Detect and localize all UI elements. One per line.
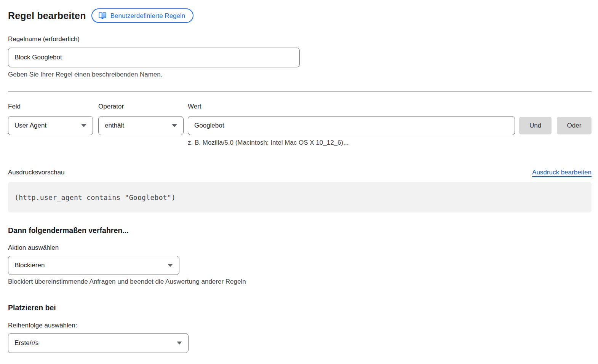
book-open-icon	[98, 12, 107, 19]
rule-name-input[interactable]	[8, 48, 300, 67]
value-label: Wert	[188, 103, 515, 110]
edit-rule-page: Regel bearbeiten Benutzerdefinierte Rege…	[8, 0, 592, 353]
page-title: Regel bearbeiten	[8, 10, 86, 21]
and-button[interactable]: Und	[519, 117, 552, 134]
rule-name-label: Regelname (erforderlich)	[8, 35, 592, 43]
chevron-down-icon	[172, 124, 177, 127]
action-select-label: Aktion auswählen	[8, 244, 592, 252]
page-header: Regel bearbeiten Benutzerdefinierte Rege…	[8, 0, 592, 23]
placement-section-heading: Platzieren bei	[8, 303, 592, 312]
operator-label: Operator	[98, 103, 184, 110]
section-divider	[8, 91, 592, 92]
order-select-value: Erste/r/s	[14, 339, 38, 347]
custom-rules-docs-button[interactable]: Benutzerdefinierte Regeln	[91, 8, 194, 23]
operator-select[interactable]: enthält	[98, 116, 184, 135]
condition-row: Feld User Agent Operator enthält Wert z.…	[8, 103, 592, 147]
order-select-label: Reihenfolge auswählen:	[8, 322, 592, 329]
chevron-down-icon	[168, 264, 173, 267]
expression-header: Ausdrucksvorschau Ausdruck bearbeiten	[8, 169, 592, 176]
expression-preview-label: Ausdrucksvorschau	[8, 169, 64, 176]
value-input[interactable]	[188, 116, 515, 135]
field-select[interactable]: User Agent	[8, 116, 93, 135]
edit-expression-link[interactable]: Ausdruck bearbeiten	[532, 169, 592, 176]
or-button[interactable]: Oder	[557, 117, 592, 134]
chevron-down-icon	[177, 342, 182, 345]
field-column: Feld User Agent	[8, 103, 93, 147]
action-section-heading: Dann folgendermaßen verfahren...	[8, 226, 592, 235]
action-select-value: Blockieren	[14, 262, 45, 269]
rule-name-group: Regelname (erforderlich) Geben Sie Ihrer…	[8, 35, 592, 78]
operator-select-value: enthält	[105, 122, 124, 129]
order-select[interactable]: Erste/r/s	[8, 333, 189, 353]
field-select-value: User Agent	[14, 122, 46, 129]
field-label: Feld	[8, 103, 93, 110]
action-select[interactable]: Blockieren	[8, 256, 179, 275]
expression-code-block: (http.user_agent contains "Googlebot")	[8, 182, 592, 212]
value-column: Wert z. B. Mozilla/5.0 (Macintosh; Intel…	[188, 103, 515, 147]
value-helper: z. B. Mozilla/5.0 (Macintosh; Intel Mac …	[188, 139, 515, 147]
rule-name-helper: Geben Sie Ihrer Regel einen beschreibend…	[8, 71, 592, 78]
action-helper: Blockiert übereinstimmende Anfragen und …	[8, 278, 592, 286]
expression-code-text: (http.user_agent contains "Googlebot")	[14, 193, 176, 201]
chevron-down-icon	[81, 124, 86, 127]
docs-button-label: Benutzerdefinierte Regeln	[110, 13, 185, 19]
operator-column: Operator enthält	[98, 103, 184, 147]
